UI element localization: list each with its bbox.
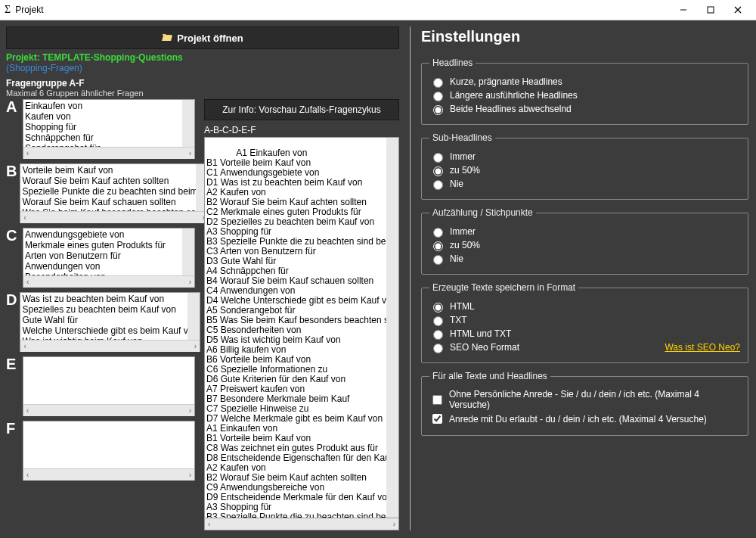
anrede-checkbox[interactable] <box>432 395 442 405</box>
format-group: Erzeugte Texte speichern in Format HTMLT… <box>421 282 748 363</box>
anrede-checkbox[interactable] <box>432 414 442 424</box>
headlines-option[interactable]: Beide Headlines abwechselnd <box>429 103 740 115</box>
group-text: Vorteile beim Kauf von Worauf Sie beim K… <box>22 165 206 211</box>
anrede-label: Ohne Persönliche Anrede - Sie / du / dei… <box>449 389 740 410</box>
bullets-option[interactable]: zu 50% <box>429 239 740 251</box>
group-block-c: CAnwendungsgebiete von Merkmale eines gu… <box>6 228 195 288</box>
headlines-radio[interactable] <box>433 105 443 115</box>
horizontal-scrollbar[interactable]: ‹› <box>23 468 194 480</box>
window-title: Projekt <box>15 5 43 15</box>
format-radio[interactable] <box>433 330 443 340</box>
headlines-radio[interactable] <box>433 78 443 88</box>
subheadlines-label: zu 50% <box>450 165 480 176</box>
subheadlines-label: Nie <box>450 179 463 189</box>
anrede-legend: Für alle Texte und Headlines <box>429 371 550 381</box>
subheadlines-option[interactable]: Immer <box>429 151 740 163</box>
project-title: Projekt: TEMPLATE-Shopping-Questions <box>6 52 399 63</box>
vertical-scrollbar[interactable] <box>386 138 398 518</box>
headlines-option[interactable]: Längere ausführliche Headlines <box>429 89 740 101</box>
vertical-scrollbar[interactable] <box>182 100 194 147</box>
close-button[interactable] <box>724 0 751 20</box>
open-project-button[interactable]: Projekt öffnen <box>6 26 399 49</box>
headlines-label: Kurze, prägnante Headlines <box>450 76 562 87</box>
vertical-scrollbar[interactable] <box>182 229 194 275</box>
horizontal-scrollbar[interactable]: ‹› <box>20 340 200 352</box>
groups-subtitle: Maximal 6 Gruppen ähnlicher Fragen <box>6 89 399 98</box>
subheadlines-group: Sub-Headlines Immerzu 50%Nie <box>421 132 748 200</box>
minimize-button[interactable] <box>670 0 697 20</box>
svg-rect-1 <box>708 7 714 13</box>
bullets-radio[interactable] <box>433 241 443 251</box>
maximize-button[interactable] <box>697 0 724 20</box>
format-legend: Erzeugte Texte speichern in Format <box>429 282 578 293</box>
headlines-label: Beide Headlines abwechselnd <box>450 104 572 114</box>
group-letter: C <box>6 228 20 288</box>
subheadlines-radio[interactable] <box>433 166 443 176</box>
group-block-f: F‹› <box>6 421 195 480</box>
group-block-e: E‹› <box>6 356 195 416</box>
group-text: Einkaufen von Kaufen von Shopping für Sc… <box>25 101 100 147</box>
subheadlines-radio[interactable] <box>433 153 443 163</box>
horizontal-scrollbar[interactable]: ‹› <box>23 275 194 288</box>
headlines-label: Längere ausführliche Headlines <box>450 90 578 101</box>
preview-button-label: Zur Info: Vorschau Zufalls-Fragenzykus <box>222 104 380 115</box>
preview-textarea[interactable]: A1 Einkaufen von B1 Vorteile beim Kauf v… <box>204 137 399 518</box>
vertical-scrollbar[interactable] <box>187 293 200 340</box>
anrede-option[interactable]: Anrede mit Du erlaubt - du / dein / ich … <box>429 412 740 426</box>
format-label: TXT <box>450 315 467 325</box>
horizontal-scrollbar[interactable]: ‹› <box>23 404 194 416</box>
left-panel: Projekt öffnen Projekt: TEMPLATE-Shoppin… <box>6 26 399 530</box>
preview-text: A1 Einkaufen von B1 Vorteile beim Kauf v… <box>206 148 392 518</box>
subheadlines-option[interactable]: zu 50% <box>429 164 740 176</box>
bullets-label: Immer <box>450 226 476 237</box>
bullets-option[interactable]: Immer <box>429 225 740 238</box>
open-project-label: Projekt öffnen <box>177 33 243 44</box>
format-label: HTML <box>450 301 475 312</box>
groups-title: Fragengruppe A-F <box>6 78 399 89</box>
group-letter: B <box>6 163 17 223</box>
groups-list: AEinkaufen von Kaufen von Shopping für S… <box>6 99 195 530</box>
group-letter: E <box>6 356 20 416</box>
group-textarea-d[interactable]: Was ist zu beachten beim Kauf von Spezie… <box>20 292 200 352</box>
group-textarea-f[interactable]: ‹› <box>23 421 195 480</box>
group-letter: A <box>6 99 20 159</box>
horizontal-scrollbar[interactable]: ‹› <box>204 518 399 530</box>
group-letter: F <box>6 421 20 480</box>
bullets-group: Aufzählung / Stichpunkte Immerzu 50%Nie <box>421 207 748 275</box>
bullets-option[interactable]: Nie <box>429 253 740 265</box>
horizontal-scrollbar[interactable]: ‹› <box>20 211 208 223</box>
seo-neo-link[interactable]: Was ist SEO Neo? <box>665 342 740 353</box>
group-textarea-a[interactable]: Einkaufen von Kaufen von Shopping für Sc… <box>23 99 195 159</box>
subheadlines-option[interactable]: Nie <box>429 178 740 190</box>
format-option[interactable]: HTML und TXT <box>429 328 740 340</box>
format-radio[interactable] <box>433 316 443 326</box>
format-option[interactable]: SEO Neo FormatWas ist SEO Neo? <box>429 341 740 353</box>
anrede-label: Anrede mit Du erlaubt - du / dein / ich … <box>449 414 707 424</box>
app-icon: Σ <box>5 4 11 16</box>
bullets-radio[interactable] <box>433 228 443 238</box>
horizontal-scrollbar[interactable]: ‹› <box>23 147 194 159</box>
group-text: Anwendungsgebiete von Merkmale eines gut… <box>25 229 166 275</box>
headlines-option[interactable]: Kurze, prägnante Headlines <box>429 76 740 88</box>
format-radio[interactable] <box>433 344 443 353</box>
group-textarea-e[interactable]: ‹› <box>23 356 195 416</box>
headlines-radio[interactable] <box>433 92 443 101</box>
subheadlines-radio[interactable] <box>433 180 443 190</box>
bullets-legend: Aufzählung / Stichpunkte <box>429 207 536 218</box>
subheadlines-legend: Sub-Headlines <box>429 132 495 143</box>
settings-title: Einstellungen <box>421 28 748 45</box>
format-option[interactable]: HTML <box>429 300 740 313</box>
project-subtitle: (Shopping-Fragen) <box>6 63 399 73</box>
group-textarea-b[interactable]: Vorteile beim Kauf von Worauf Sie beim K… <box>20 163 209 223</box>
group-letter: D <box>6 292 17 352</box>
format-radio[interactable] <box>433 303 443 313</box>
group-block-a: AEinkaufen von Kaufen von Shopping für S… <box>6 99 195 159</box>
format-option[interactable]: TXT <box>429 314 740 326</box>
bullets-radio[interactable] <box>433 255 443 265</box>
preview-button[interactable]: Zur Info: Vorschau Zufalls-Fragenzykus <box>204 99 399 120</box>
group-block-d: DWas ist zu beachten beim Kauf von Spezi… <box>6 292 195 352</box>
anrede-group: Für alle Texte und Headlines Ohne Persön… <box>421 371 748 436</box>
headlines-group: Headlines Kurze, prägnante HeadlinesLäng… <box>421 58 748 125</box>
anrede-option[interactable]: Ohne Persönliche Anrede - Sie / du / dei… <box>429 389 740 410</box>
group-textarea-c[interactable]: Anwendungsgebiete von Merkmale eines gut… <box>23 228 195 288</box>
